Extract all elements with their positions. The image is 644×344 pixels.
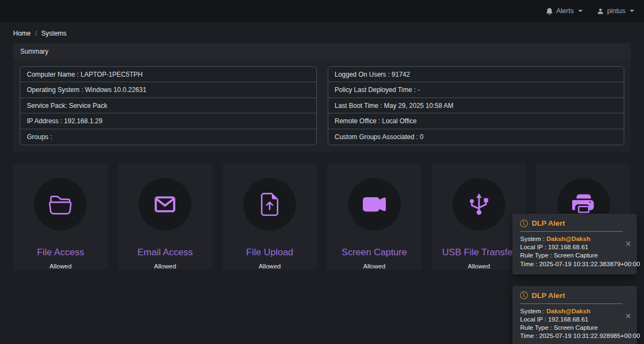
card-status: Allowed — [259, 263, 281, 270]
toast-rule-type-line: Rule Type : Screen Capture — [520, 251, 623, 260]
toast-time-line: Time : 2025-07-19 10:31:22.928985+00:00 — [520, 332, 623, 340]
card-title: Email Access — [135, 248, 195, 258]
system-value: Daksh@Daksh — [546, 308, 590, 314]
toast-stack: DLP Alert System : Daksh@Daksh Local IP … — [512, 214, 637, 344]
person-icon — [597, 8, 604, 15]
bell-icon — [546, 8, 553, 15]
breadcrumb: Home / Systems — [13, 30, 631, 37]
envelope-icon — [153, 193, 176, 216]
info-row-remote-office: Remote Office : Local Office — [328, 113, 624, 129]
card-status: Allowed — [468, 263, 490, 270]
card-file-access[interactable]: File Access Allowed — [13, 163, 108, 270]
close-icon[interactable] — [624, 239, 632, 249]
breadcrumb-separator: / — [35, 30, 37, 37]
toast-rule-type-line: Rule Type : Screen Capture — [520, 324, 623, 332]
system-info-left-column: Computer Name : LAPTOP-1PEC5TPH Operatin… — [20, 66, 317, 145]
info-row-ip-address: IP Address : 192.168.1.29 — [20, 113, 316, 129]
card-status: Allowed — [363, 263, 385, 270]
alerts-dropdown[interactable]: Alerts — [546, 7, 583, 15]
topbar: Alerts pintus — [0, 0, 644, 22]
dlp-alert-toast: DLP Alert System : Daksh@Daksh Local IP … — [512, 286, 637, 344]
toast-local-ip-line: Local IP : 192.168.68.61 — [520, 243, 623, 251]
card-title: File Upload — [244, 248, 295, 258]
printer-icon — [572, 193, 595, 216]
chevron-down-icon — [630, 10, 634, 12]
system-label: System : — [520, 308, 546, 314]
chevron-down-icon — [578, 10, 583, 12]
video-camera-icon — [363, 193, 386, 216]
toast-divider — [520, 303, 623, 304]
card-icon-circle — [139, 178, 191, 231]
card-title: USB File Transfer — [440, 248, 518, 258]
user-dropdown[interactable]: pintus — [597, 7, 634, 15]
clock-icon — [520, 291, 528, 299]
card-icon-circle — [348, 178, 401, 231]
card-status: Allowed — [49, 263, 71, 270]
summary-panel-body: Computer Name : LAPTOP-1PEC5TPH Operatin… — [13, 60, 631, 152]
card-email-access[interactable]: Email Access Allowed — [118, 163, 213, 270]
summary-panel-title: Summary — [13, 43, 631, 60]
system-info-right-column: Logged On Users : 91742 Policy Last Depl… — [328, 66, 625, 145]
card-icon-circle — [243, 178, 296, 231]
toast-time-line: Time : 2025-07-19 10:31:22.383879+00:00 — [520, 260, 623, 268]
card-screen-capture[interactable]: Screen Capture Allowed — [327, 163, 421, 270]
toast-system-line: System : Daksh@Daksh — [520, 307, 623, 316]
close-icon[interactable] — [624, 311, 632, 321]
info-row-logged-on-users: Logged On Users : 91742 — [328, 67, 624, 82]
folder-open-icon — [49, 193, 72, 216]
toast-header: DLP Alert — [520, 219, 623, 227]
card-icon-circle — [34, 178, 87, 231]
toast-header: DLP Alert — [520, 291, 623, 300]
info-row-service-pack: Service Pack: Service Pack — [20, 98, 316, 113]
usb-icon — [468, 193, 491, 216]
toast-title: DLP Alert — [532, 219, 565, 227]
info-row-custom-groups: Custom Groups Associated : 0 — [328, 129, 624, 145]
card-title: Screen Capture — [339, 248, 409, 258]
username-label: pintus — [607, 7, 625, 15]
info-row-groups: Groups : — [20, 129, 316, 145]
system-label: System : — [520, 236, 546, 242]
card-file-upload[interactable]: File Upload Allowed — [223, 163, 317, 270]
breadcrumb-current-page: Systems — [41, 30, 66, 37]
toast-local-ip-line: Local IP : 192.168.68.61 — [520, 316, 623, 324]
toast-divider — [520, 231, 623, 232]
card-title: File Access — [35, 248, 86, 258]
info-row-policy-last-deployed: Policy Last Deployed Time : - — [328, 82, 624, 98]
file-upload-icon — [258, 193, 281, 216]
card-status: Allowed — [154, 263, 176, 270]
breadcrumb-home-link[interactable]: Home — [13, 30, 31, 37]
system-value: Daksh@Daksh — [546, 236, 590, 242]
info-row-last-boot-time: Last Boot Time : May 29, 2025 10:58 AM — [328, 98, 624, 113]
summary-panel: Summary Computer Name : LAPTOP-1PEC5TPH … — [13, 43, 631, 152]
info-row-operating-system: Operating System : Windows 10.0.22631 — [20, 82, 316, 98]
toast-title: DLP Alert — [532, 291, 565, 300]
info-row-computer-name: Computer Name : LAPTOP-1PEC5TPH — [20, 67, 316, 82]
toast-system-line: System : Daksh@Daksh — [520, 235, 623, 243]
dlp-alert-toast: DLP Alert System : Daksh@Daksh Local IP … — [512, 214, 637, 274]
clock-icon — [520, 220, 528, 227]
card-icon-circle — [453, 178, 505, 231]
alerts-label: Alerts — [556, 7, 574, 15]
